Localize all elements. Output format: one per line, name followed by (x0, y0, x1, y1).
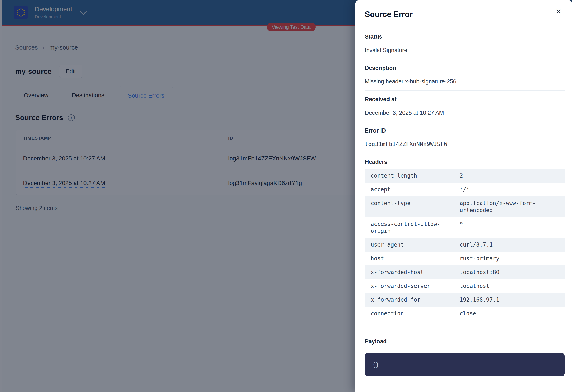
header-row: x-forwarded-server localhost (365, 279, 565, 293)
headers-table: content-length 2 accept */* content-type… (365, 169, 565, 320)
error-id-label: Error ID (365, 127, 565, 134)
divider (365, 153, 565, 153)
header-row: connection close (365, 307, 565, 320)
close-icon[interactable]: ✕ (553, 6, 564, 16)
divider (365, 90, 565, 91)
payload-code-block: {} (365, 353, 565, 376)
source-error-drawer: ✕ Source Error Status Invalid Signature … (355, 0, 572, 392)
header-row: content-type application/x-www-form-urle… (365, 196, 565, 217)
drawer-title: Source Error (365, 9, 565, 19)
description-label: Description (365, 64, 565, 72)
status-value: Invalid Signature (365, 47, 565, 54)
header-row: user-agent curl/8.7.1 (365, 238, 565, 252)
header-row: x-forwarded-for 192.168.97.1 (365, 293, 565, 307)
screen: Development Development Viewing Test Dat… (0, 0, 572, 392)
header-row: access-control-allow-origin * (365, 217, 565, 238)
error-id-value: log31mFb14ZZFXnNNx9WJSFW (365, 141, 565, 148)
headers-label: Headers (365, 158, 565, 166)
divider (365, 330, 565, 330)
description-value: Missing header x-hub-signature-256 (365, 78, 565, 85)
header-row: accept */* (365, 183, 565, 196)
divider (365, 59, 565, 59)
received-at-label: Received at (365, 96, 565, 103)
header-row: x-forwarded-host localhost:80 (365, 266, 565, 279)
payload-label: Payload (365, 338, 565, 345)
header-row: host rust-primary (365, 252, 565, 266)
status-label: Status (365, 33, 565, 40)
received-at-value: December 3, 2025 at 10:27 AM (365, 109, 565, 116)
header-row: content-length 2 (365, 169, 565, 183)
